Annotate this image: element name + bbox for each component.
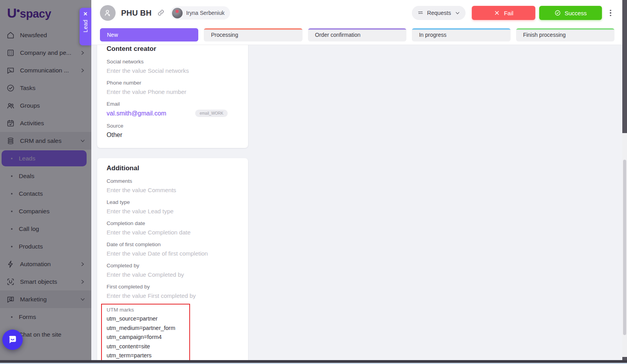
assignee-avatar xyxy=(172,8,183,18)
field-completion-date: Completion dateEnter the value Completio… xyxy=(107,220,239,236)
page-title: PHU BH xyxy=(121,9,152,18)
stage-tab-finish-processing[interactable]: Finish processing xyxy=(516,28,614,41)
lead-overlay-tab[interactable]: ✕ Lead xyxy=(80,8,91,45)
annotation-red-box: UTM marksutm_source=partnerutm_medium=pa… xyxy=(101,304,190,360)
chevron-down-icon xyxy=(455,11,460,16)
requests-dropdown[interactable]: Requests xyxy=(412,6,466,20)
field-completed-by: Completed byEnter the value Completed by xyxy=(107,263,239,278)
card-title: Additional xyxy=(107,164,239,172)
x-icon xyxy=(494,10,500,16)
field-label: UTM marks xyxy=(107,307,185,313)
field-placeholder[interactable]: Enter the value Social networks xyxy=(107,67,239,74)
more-menu-icon[interactable] xyxy=(607,9,614,17)
field-label: Completed by xyxy=(107,263,239,268)
field-label: First completed by xyxy=(107,284,239,290)
filter-icon xyxy=(417,10,424,16)
assignee-chip[interactable]: Iryna Serbeniuk xyxy=(170,6,230,20)
field-label: Phone number xyxy=(107,80,239,86)
field-first-completed-by: First completed byEnter the value First … xyxy=(107,284,239,299)
assignee-name: Iryna Serbeniuk xyxy=(186,10,225,16)
cards-column: Content creator Social networksEnter the… xyxy=(97,45,248,360)
lead-tab-label: Lead xyxy=(82,20,89,32)
card-title: Content creator xyxy=(107,45,239,53)
requests-label: Requests xyxy=(427,10,451,16)
field-placeholder[interactable]: Enter the value Completion date xyxy=(107,229,239,236)
page-edge-bottom xyxy=(0,360,627,364)
fail-button[interactable]: Fail xyxy=(472,6,535,20)
utm-value[interactable]: utm_campaign=form4 xyxy=(107,333,185,342)
utm-value[interactable]: utm_medium=partner_form xyxy=(107,324,185,333)
detail-card: Content creator Social networksEnter the… xyxy=(97,45,248,148)
email-type-badge: email_WORK xyxy=(195,110,228,117)
field-email: Emailval.smith@gmail.comemail_WORK xyxy=(107,101,239,117)
lead-avatar xyxy=(100,5,116,21)
field-placeholder[interactable]: Enter the value Comments xyxy=(107,187,239,193)
field-label: Lead type xyxy=(107,199,239,205)
chat-widget-button[interactable] xyxy=(2,330,23,350)
field-label: Social networks xyxy=(107,59,239,65)
field-phone-number: Phone numberEnter the value Phone number xyxy=(107,80,239,95)
check-circle-icon xyxy=(555,10,561,16)
lead-content: Content creator Social networksEnter the… xyxy=(91,45,622,360)
dim-overlay xyxy=(0,0,91,364)
field-value[interactable]: Other xyxy=(107,132,239,139)
scrollbar-thumb[interactable] xyxy=(623,160,626,335)
email-value[interactable]: val.smith@gmail.com xyxy=(107,110,166,117)
field-placeholder[interactable]: Enter the value Completed by xyxy=(107,271,239,278)
stage-pipeline: New Processing Order confirmation In pro… xyxy=(91,26,622,45)
copy-link-icon[interactable] xyxy=(157,9,165,17)
chat-bubble-icon xyxy=(7,335,18,345)
field-label: Completion date xyxy=(107,220,239,226)
field-label: Comments xyxy=(107,178,239,184)
stage-tab-in-progress[interactable]: In progress xyxy=(412,28,510,41)
field-source: SourceOther xyxy=(107,123,239,139)
person-arrow-icon xyxy=(103,9,112,17)
utm-marks-field: UTM marksutm_source=partnerutm_medium=pa… xyxy=(107,304,239,360)
field-placeholder[interactable]: Enter the value First completed by xyxy=(107,292,239,299)
utm-value[interactable]: utm_term=parters xyxy=(107,351,185,360)
detail-card: Additional CommentsEnter the value Comme… xyxy=(97,158,248,360)
field-comments: CommentsEnter the value Comments xyxy=(107,178,239,193)
close-icon[interactable]: ✕ xyxy=(83,11,88,17)
stage-tab-processing[interactable]: Processing xyxy=(204,28,302,41)
field-placeholder[interactable]: Enter the value Lead type xyxy=(107,208,239,214)
field-label: Source xyxy=(107,123,239,129)
stage-tab-order-confirmation[interactable]: Order confirmation xyxy=(308,28,406,41)
field-lead-type: Lead typeEnter the value Lead type xyxy=(107,199,239,214)
lead-panel: PHU BH Iryna Serbeniuk Requests xyxy=(91,0,622,360)
lead-header: PHU BH Iryna Serbeniuk Requests xyxy=(91,0,622,26)
field-date-of-first-completion: Date of first completionEnter the value … xyxy=(107,241,239,257)
field-placeholder[interactable]: Enter the value Phone number xyxy=(107,88,239,95)
field-social-networks: Social networksEnter the value Social ne… xyxy=(107,59,239,74)
utm-value[interactable]: utm_content=site xyxy=(107,342,185,351)
field-placeholder[interactable]: Enter the value Date of first completion xyxy=(107,250,239,257)
success-button[interactable]: Success xyxy=(539,6,602,20)
field-label: Date of first completion xyxy=(107,241,239,247)
utm-value[interactable]: utm_source=partner xyxy=(107,314,185,324)
field-label: Email xyxy=(107,101,239,107)
stage-tab-new[interactable]: New xyxy=(100,28,198,41)
